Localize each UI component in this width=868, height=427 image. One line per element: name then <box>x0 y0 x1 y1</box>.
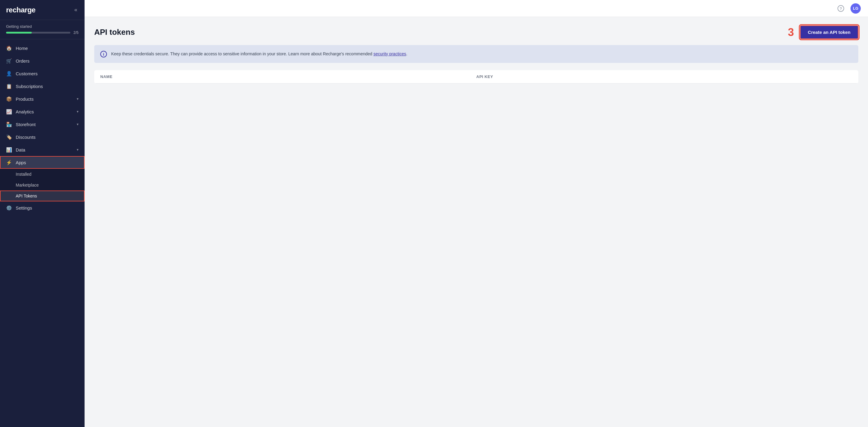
help-button[interactable]: ? <box>836 4 846 13</box>
chevron-down-icon: ▾ <box>77 110 79 114</box>
analytics-icon: 📈 <box>6 109 12 115</box>
sidebar-subitem-marketplace[interactable]: Marketplace <box>0 180 85 191</box>
sidebar-item-analytics[interactable]: 📈 Analytics ▾ <box>0 105 85 118</box>
sidebar-item-data[interactable]: 📊 Data ▾ <box>0 143 85 156</box>
chevron-down-icon: ▾ <box>77 97 79 101</box>
main-content: ? LG API tokens 3 Create an API token i … <box>85 0 868 427</box>
security-practices-link[interactable]: security practices <box>374 51 406 56</box>
products-icon: 📦 <box>6 96 12 102</box>
col-header-name: Name <box>100 75 476 79</box>
sidebar-item-label-data: Data <box>16 147 25 152</box>
sidebar-item-home[interactable]: 🏠 Home <box>0 42 85 54</box>
sidebar-item-settings[interactable]: ⚙️ Settings <box>0 201 85 214</box>
api-tokens-label: API Tokens <box>16 194 37 198</box>
apps-subnav: Installed Marketplace 2 API Tokens <box>0 169 85 201</box>
api-tokens-row-wrapper: 2 API Tokens <box>0 191 85 201</box>
sidebar-item-discounts[interactable]: 🏷️ Discounts <box>0 131 85 143</box>
progress-text: 2/5 <box>73 31 79 35</box>
discounts-icon: 🏷️ <box>6 134 12 140</box>
main-nav: 🏠 Home 🛒 Orders 👤 Customers 📋 Subscripti… <box>0 39 85 217</box>
collapse-button[interactable]: « <box>73 5 79 14</box>
info-icon: i <box>100 51 107 57</box>
installed-label: Installed <box>16 172 31 177</box>
sidebar-item-storefront[interactable]: 🏪 Storefront ▾ <box>0 118 85 131</box>
sidebar-item-label-products: Products <box>16 96 33 102</box>
sidebar-item-label-home: Home <box>16 46 28 51</box>
sidebar-item-label-subscriptions: Subscriptions <box>16 84 43 89</box>
sidebar-item-subscriptions[interactable]: 📋 Subscriptions <box>0 80 85 92</box>
apps-row-wrapper: 1 ⚡ Apps <box>0 156 85 169</box>
getting-started-label: Getting started <box>6 24 79 29</box>
sidebar-item-label-discounts: Discounts <box>16 135 36 140</box>
page-header: API tokens 3 Create an API token <box>94 25 858 39</box>
sidebar-item-label-apps: Apps <box>16 160 26 165</box>
create-api-token-button[interactable]: Create an API token <box>800 25 858 39</box>
marketplace-label: Marketplace <box>16 183 39 188</box>
storefront-icon: 🏪 <box>6 121 12 127</box>
apps-icon: ⚡ <box>6 160 12 165</box>
settings-icon: ⚙️ <box>6 205 12 211</box>
sidebar-item-products[interactable]: 📦 Products ▾ <box>0 92 85 105</box>
sidebar-item-label-settings: Settings <box>16 205 32 210</box>
customers-icon: 👤 <box>6 70 12 77</box>
page-title: API tokens <box>94 28 135 37</box>
sidebar-item-customers[interactable]: 👤 Customers <box>0 67 85 80</box>
chevron-down-icon: ▾ <box>77 122 79 126</box>
info-banner-text: Keep these credentials secure. They can … <box>111 51 407 57</box>
user-avatar[interactable]: LG <box>850 3 861 13</box>
sidebar-subitem-api-tokens[interactable]: API Tokens <box>0 191 85 201</box>
data-icon: 📊 <box>6 147 12 153</box>
info-banner: i Keep these credentials secure. They ca… <box>94 45 858 63</box>
svg-text:?: ? <box>840 6 842 11</box>
sidebar-subitem-installed[interactable]: Installed <box>0 169 85 180</box>
progress-row: 2/5 <box>6 31 79 35</box>
progress-bar <box>6 32 70 34</box>
home-icon: 🏠 <box>6 45 12 51</box>
logo: recharge <box>6 6 35 14</box>
sidebar: recharge « Getting started 2/5 🏠 Home 🛒 … <box>0 0 85 427</box>
progress-bar-fill <box>6 32 32 34</box>
table-header: Name API key <box>94 70 858 83</box>
sidebar-item-orders[interactable]: 🛒 Orders <box>0 54 85 67</box>
sidebar-item-label-orders: Orders <box>16 58 30 63</box>
sidebar-header: recharge « <box>0 0 85 20</box>
api-tokens-table: Name API key <box>94 70 858 83</box>
header-right: 3 Create an API token <box>788 25 858 39</box>
sidebar-item-label-customers: Customers <box>16 71 38 76</box>
page-body: API tokens 3 Create an API token i Keep … <box>85 17 868 427</box>
orders-icon: 🛒 <box>6 58 12 64</box>
sidebar-item-apps[interactable]: ⚡ Apps <box>0 156 85 169</box>
chevron-down-icon: ▾ <box>77 148 79 152</box>
getting-started-section: Getting started 2/5 <box>0 20 85 39</box>
col-header-api-key: API key <box>476 75 852 79</box>
sidebar-item-label-analytics: Analytics <box>16 109 34 114</box>
sidebar-item-label-storefront: Storefront <box>16 122 36 127</box>
subscriptions-icon: 📋 <box>6 83 12 89</box>
topbar: ? LG <box>85 0 868 17</box>
info-text-before-link: Keep these credentials secure. They can … <box>111 51 374 56</box>
info-text-after-link: . <box>406 51 407 56</box>
step3-annotation: 3 <box>788 26 794 39</box>
